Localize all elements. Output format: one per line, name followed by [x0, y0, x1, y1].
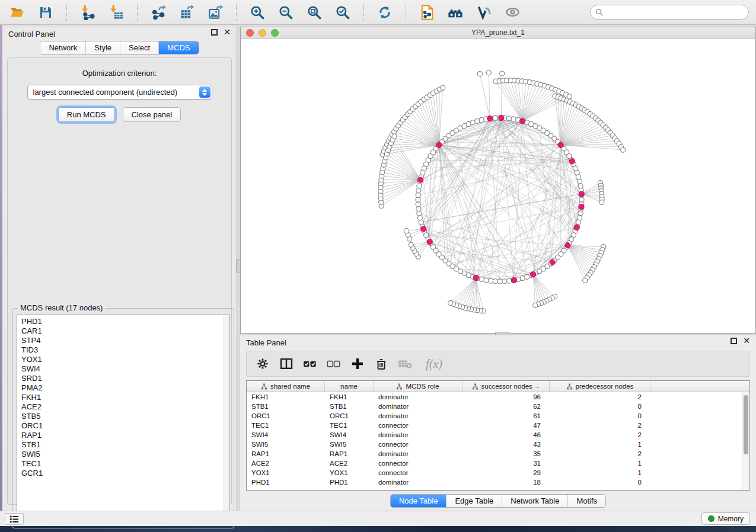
- tab-style[interactable]: Style: [85, 41, 120, 54]
- table-cell[interactable]: 0: [550, 411, 650, 421]
- table-cell[interactable]: dominator: [374, 449, 462, 459]
- graph-node[interactable]: [416, 206, 421, 211]
- zoom-selected-button[interactable]: [333, 3, 353, 22]
- graph-hub-node[interactable]: [487, 116, 493, 121]
- table-cell[interactable]: PHD1: [247, 477, 325, 487]
- table-cell[interactable]: 2: [550, 449, 650, 459]
- table-cell[interactable]: dominator: [374, 430, 462, 440]
- table-cell[interactable]: ACE2: [325, 459, 374, 468]
- table-cell[interactable]: 1: [550, 440, 650, 449]
- graph-node[interactable]: [404, 229, 409, 233]
- network-graph[interactable]: [241, 39, 755, 333]
- graph-hub-node[interactable]: [565, 243, 570, 248]
- apply-layout-button[interactable]: [375, 3, 395, 22]
- column-header-predecessor-nodes[interactable]: predecessor nodes: [550, 381, 650, 392]
- table-cell[interactable]: STB1: [247, 402, 325, 411]
- float-panel-icon[interactable]: [211, 29, 218, 36]
- table-row[interactable]: RAP1RAP1dominator352: [247, 449, 749, 459]
- delete-column-button[interactable]: [372, 354, 390, 373]
- table-cell[interactable]: FKH1: [325, 392, 374, 402]
- table-cell[interactable]: TEC1: [247, 421, 325, 430]
- graph-hub-node[interactable]: [511, 277, 516, 283]
- table-cell[interactable]: RAP1: [247, 449, 325, 459]
- graph-hub-node[interactable]: [531, 271, 536, 277]
- graph-node[interactable]: [511, 117, 516, 121]
- export-network-button[interactable]: [148, 3, 168, 22]
- graph-hub-node[interactable]: [558, 142, 563, 148]
- graph-hub-node[interactable]: [421, 226, 426, 232]
- graph-node[interactable]: [493, 116, 497, 120]
- import-network-button[interactable]: [78, 3, 98, 22]
- table-row[interactable]: ACE2ACE2connector311: [247, 459, 749, 468]
- graph-node[interactable]: [417, 211, 422, 216]
- table-cell[interactable]: 18: [462, 477, 550, 487]
- table-cell[interactable]: 2: [550, 430, 650, 440]
- close-panel-icon[interactable]: ✕: [743, 338, 750, 344]
- graph-node[interactable]: [577, 216, 582, 220]
- export-image-button[interactable]: [205, 3, 225, 22]
- graph-hub-node[interactable]: [579, 191, 584, 197]
- tab-network[interactable]: Network: [40, 41, 85, 54]
- table-cell[interactable]: dominator: [374, 402, 462, 411]
- table-cell[interactable]: 0: [550, 477, 650, 487]
- graph-node[interactable]: [502, 279, 507, 284]
- table-cell[interactable]: 2: [550, 421, 650, 430]
- graph-hub-node[interactable]: [473, 275, 479, 280]
- graph-node[interactable]: [477, 72, 482, 76]
- zoom-fit-button[interactable]: [304, 3, 324, 22]
- graph-node[interactable]: [416, 202, 420, 207]
- select-all-columns-button[interactable]: [301, 354, 319, 373]
- graph-node[interactable]: [419, 220, 423, 225]
- network-canvas[interactable]: [241, 39, 755, 333]
- tab-network-table[interactable]: Network Table: [502, 495, 567, 507]
- table-cell[interactable]: dominator: [374, 411, 462, 421]
- graph-hub-node[interactable]: [519, 118, 525, 124]
- table-cell[interactable]: connector: [374, 459, 462, 468]
- function-builder-button[interactable]: f(x): [420, 354, 448, 373]
- table-cell[interactable]: 46: [462, 430, 550, 440]
- graph-node[interactable]: [448, 300, 453, 305]
- search-network-button[interactable]: [445, 3, 465, 22]
- table-cell[interactable]: YOX1: [325, 468, 374, 477]
- table-row[interactable]: SWI4SWI4dominator462: [247, 430, 749, 440]
- graph-node[interactable]: [417, 216, 422, 220]
- hide-panel-button[interactable]: [502, 3, 522, 22]
- graph-hub-node[interactable]: [579, 204, 584, 209]
- table-cell[interactable]: connector: [374, 440, 462, 449]
- table-cell[interactable]: dominator: [374, 392, 462, 402]
- graph-node[interactable]: [533, 303, 538, 307]
- network-window-titlebar[interactable]: YPA_prune.txt_1: [241, 27, 755, 39]
- table-cell[interactable]: 31: [462, 459, 550, 468]
- table-cell[interactable]: 1: [550, 459, 650, 468]
- graph-node[interactable]: [392, 134, 397, 139]
- mcds-result-item[interactable]: PMA2: [21, 383, 229, 393]
- graph-node[interactable]: [497, 279, 502, 284]
- mcds-result-item[interactable]: FKH1: [21, 393, 229, 402]
- search-input[interactable]: [604, 8, 744, 17]
- zoom-in-button[interactable]: [247, 3, 267, 22]
- table-cell[interactable]: connector: [374, 468, 462, 477]
- table-cell[interactable]: ORC1: [247, 411, 325, 421]
- export-table-button[interactable]: [177, 3, 197, 22]
- graph-node[interactable]: [576, 175, 581, 180]
- table-row[interactable]: FKH1FKH1dominator962: [247, 392, 749, 402]
- graph-hub-node[interactable]: [569, 159, 575, 164]
- table-cell[interactable]: 2: [550, 392, 650, 402]
- table-cell[interactable]: 35: [462, 449, 550, 459]
- table-cell[interactable]: dominator: [374, 477, 462, 487]
- graph-node[interactable]: [475, 118, 480, 123]
- column-header-MCDS-role[interactable]: MCDS role: [374, 381, 462, 392]
- graph-node[interactable]: [479, 117, 484, 122]
- table-cell[interactable]: ORC1: [325, 411, 374, 421]
- graph-node[interactable]: [578, 211, 583, 216]
- table-scrollbar[interactable]: [742, 392, 749, 490]
- graph-node[interactable]: [579, 197, 584, 202]
- table-row[interactable]: STB1STB1dominator620: [247, 402, 749, 411]
- table-cell[interactable]: 1: [550, 468, 650, 477]
- vizmapper-button[interactable]: [474, 3, 494, 22]
- column-header-shared-name[interactable]: shared name: [247, 381, 325, 392]
- mcds-result-item[interactable]: RAP1: [21, 431, 229, 440]
- graph-node[interactable]: [578, 184, 583, 188]
- mcds-result-item[interactable]: STP4: [21, 336, 229, 345]
- table-scrollbar-thumb[interactable]: [744, 395, 748, 454]
